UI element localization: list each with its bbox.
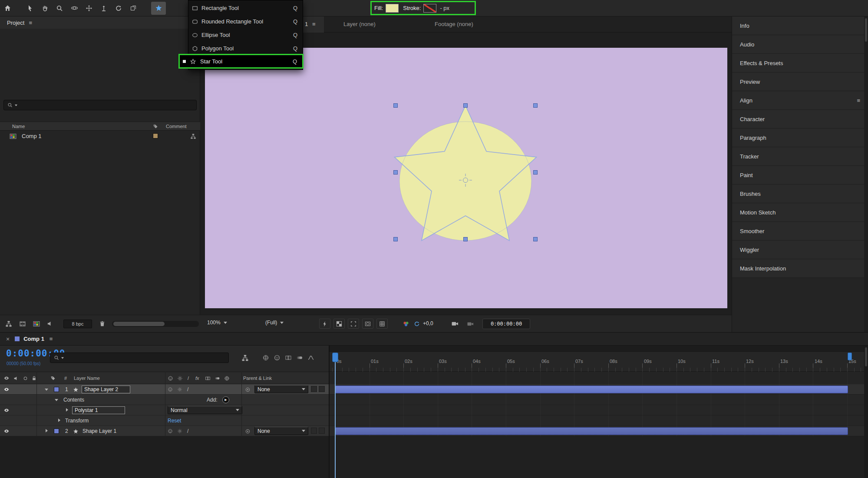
shy-switch-icon[interactable] (168, 429, 173, 434)
transform-label[interactable]: Transform (65, 418, 89, 424)
menu-item-polygon-tool[interactable]: Polygon Tool Q (188, 42, 303, 55)
blend-mode-dropdown[interactable]: Normal (168, 406, 242, 414)
panel-menu-icon[interactable]: ≡ (50, 336, 53, 342)
collapse-switch-icon[interactable] (177, 387, 182, 392)
project-search-input[interactable] (3, 100, 197, 110)
panel-tab-smoother[interactable]: Smoother (732, 222, 868, 241)
quality-switch-icon[interactable]: / (187, 386, 188, 392)
solo-column-icon[interactable] (23, 376, 28, 381)
layer-bar-shape-layer-2[interactable] (335, 386, 848, 393)
fill-color-swatch[interactable] (386, 4, 399, 13)
label-column-tag-icon[interactable] (153, 124, 158, 129)
hide-shy-layers-icon[interactable] (274, 354, 281, 361)
mask-visibility-icon[interactable] (362, 319, 373, 329)
interpret-footage-icon[interactable] (5, 320, 12, 327)
panel-tab-brushes[interactable]: Brushes (732, 185, 868, 203)
stroke-color-swatch[interactable] (423, 4, 436, 13)
add-property-button[interactable]: ▶ (222, 396, 229, 403)
panel-tab-info[interactable]: Info (732, 16, 868, 35)
layer-label-chip[interactable] (54, 387, 59, 392)
resolution-dropdown[interactable]: (Full) (265, 320, 284, 326)
pan-camera-tool-icon[interactable] (82, 2, 96, 15)
layer-label-chip[interactable] (54, 429, 59, 434)
star-shape-tool-icon[interactable] (151, 2, 166, 15)
close-icon[interactable]: × (6, 336, 10, 343)
time-navigator[interactable] (330, 346, 864, 352)
project-panel-header[interactable]: Project ≡ (0, 16, 200, 29)
shy-switch-icon[interactable] (168, 376, 173, 381)
pan-behind-tool-icon[interactable] (126, 2, 141, 15)
panel-tab-audio[interactable]: Audio (732, 35, 868, 54)
layer-name-text[interactable]: Shape Layer 1 (83, 428, 116, 434)
switch-cell[interactable] (319, 428, 325, 434)
shy-switch-icon[interactable] (168, 387, 173, 392)
snapshot-camera-icon[interactable] (451, 320, 459, 327)
collapsed-caret-icon[interactable] (46, 429, 48, 432)
grid-guides-icon[interactable] (376, 319, 388, 329)
collapse-switch-icon[interactable] (177, 376, 183, 381)
scrollbar-thumb[interactable] (865, 347, 867, 366)
panel-tab-motion-sketch[interactable]: Motion Sketch (732, 203, 868, 222)
cti-playhead-handle[interactable] (332, 353, 338, 362)
new-folder-film-icon[interactable] (19, 320, 26, 327)
pickwhip-icon[interactable] (245, 429, 251, 434)
parent-dropdown[interactable]: None (254, 427, 308, 435)
color-management-icon[interactable] (403, 320, 409, 327)
panel-tab-paragraph[interactable]: Paragraph (732, 129, 868, 147)
tab-menu-icon[interactable]: ≡ (312, 21, 316, 27)
menu-item-ellipse-tool[interactable]: Ellipse Tool Q (188, 28, 303, 42)
stroke-label[interactable]: Stroke: (403, 5, 421, 11)
project-item-name[interactable]: Comp 1 (22, 133, 42, 139)
timeline-search-input[interactable] (50, 353, 229, 363)
panel-tab-character[interactable]: Character (732, 110, 868, 129)
collapsed-caret-icon[interactable] (58, 419, 60, 422)
switch-cell[interactable] (311, 386, 317, 392)
time-ruler[interactable]: 0s 01s 02s 03s 04s 05s 06s 07s 08s 09s 1… (330, 352, 864, 372)
column-layer-name[interactable]: Layer Name (74, 376, 100, 381)
frame-blend-switch-icon[interactable] (205, 376, 211, 381)
panel-tab-effects-presets[interactable]: Effects & Presets (732, 54, 868, 73)
item-label-swatch[interactable] (153, 133, 158, 138)
3d-switch-icon[interactable] (224, 376, 230, 381)
draft-3d-icon[interactable] (262, 354, 269, 361)
timeline-scrollbar[interactable] (864, 346, 868, 478)
timeline-tab-label[interactable]: Comp 1 (23, 336, 44, 342)
quality-switch-icon[interactable]: / (187, 428, 188, 434)
menu-item-rectangle-tool[interactable]: Rectangle Tool Q (188, 1, 303, 15)
column-name[interactable]: Name (12, 124, 25, 129)
fill-label[interactable]: Fill: (374, 5, 383, 11)
layer-visibility-eye-icon[interactable] (3, 428, 10, 434)
item-flowchart-icon[interactable] (190, 133, 196, 139)
region-of-interest-icon[interactable] (348, 319, 359, 329)
pickwhip-icon[interactable] (245, 387, 251, 392)
column-parent-link[interactable]: Parent & Link (243, 376, 272, 381)
switch-cell[interactable] (311, 428, 317, 434)
hand-tool-icon[interactable] (37, 2, 52, 15)
project-columns-header[interactable]: Name Comment (0, 122, 200, 131)
color-depth-button[interactable]: 8 bpc (63, 320, 92, 328)
new-composition-icon[interactable] (33, 320, 40, 327)
project-item-row[interactable]: Comp 1 (0, 131, 200, 142)
panel-menu-icon[interactable]: ≡ (29, 20, 32, 26)
collapsed-caret-icon[interactable] (66, 408, 68, 412)
expand-caret-icon[interactable] (55, 399, 58, 401)
contents-group-row[interactable]: Contents Add: ▶ (0, 395, 329, 405)
contents-label[interactable]: Contents (63, 397, 84, 403)
zoom-tool-icon[interactable] (52, 2, 67, 15)
transform-reset-link[interactable]: Reset (168, 418, 181, 424)
panel-tab-align[interactable]: Align≡ (732, 91, 868, 110)
audio-column-speaker-icon[interactable] (13, 376, 19, 381)
frame-blending-icon[interactable] (285, 354, 292, 361)
quality-switch-icon[interactable]: / (188, 376, 189, 381)
selection-tool-icon[interactable] (23, 2, 37, 15)
comp-canvas[interactable] (205, 48, 727, 308)
group-visibility-eye-icon[interactable] (3, 407, 10, 413)
panel-tab-mask-interpolation[interactable]: Mask Interpolation (732, 259, 868, 278)
collapse-switch-icon[interactable] (177, 429, 182, 434)
panel-tab-paint[interactable]: Paint (732, 166, 868, 185)
panel-menu-icon[interactable]: ≡ (857, 91, 860, 110)
polystar-group-row[interactable]: Polystar 1 Normal (0, 405, 329, 415)
motion-blur-icon[interactable] (296, 354, 303, 361)
mini-flowchart-icon[interactable] (241, 354, 249, 362)
motion-blur-switch-icon[interactable] (215, 376, 220, 381)
